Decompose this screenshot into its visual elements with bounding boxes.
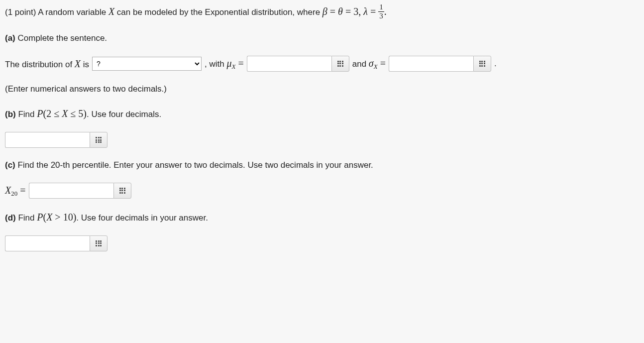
keypad-icon[interactable] xyxy=(331,56,349,72)
keypad-icon[interactable] xyxy=(90,235,107,251)
keypad-icon[interactable] xyxy=(113,183,131,199)
keypad-icon[interactable] xyxy=(473,56,491,72)
part-b-answer xyxy=(5,132,639,148)
part-c-answer: X20 = xyxy=(5,183,639,199)
intro-text: (1 point) A random variable X can be mod… xyxy=(5,4,387,21)
sigma-input[interactable] xyxy=(389,56,473,72)
part-d-input[interactable] xyxy=(5,235,90,251)
mu-input[interactable] xyxy=(247,56,331,72)
question-intro: (1 point) A random variable X can be mod… xyxy=(5,4,639,21)
part-a-hint: (Enter numerical answers to two decimals… xyxy=(5,83,639,96)
part-c-prompt: (c) Find the 20-th percentile. Enter you… xyxy=(5,159,639,172)
keypad-icon[interactable] xyxy=(90,132,107,148)
part-c-input[interactable] xyxy=(29,183,113,199)
distribution-select[interactable]: ? xyxy=(92,57,202,71)
part-d-answer xyxy=(5,235,639,251)
part-d-prompt: (d) Find P(X > 10). Use four decimals in… xyxy=(5,210,639,225)
part-b-prompt: (b) Find P(2 ≤ X ≤ 5). Use four decimals… xyxy=(5,106,639,121)
part-b-input[interactable] xyxy=(5,132,90,148)
part-a-sentence: The distribution of X is ? , with μX = a… xyxy=(5,56,639,72)
fraction-one-third: 13 xyxy=(378,3,384,20)
part-a-prompt: (a) Complete the sentence. xyxy=(5,32,639,45)
